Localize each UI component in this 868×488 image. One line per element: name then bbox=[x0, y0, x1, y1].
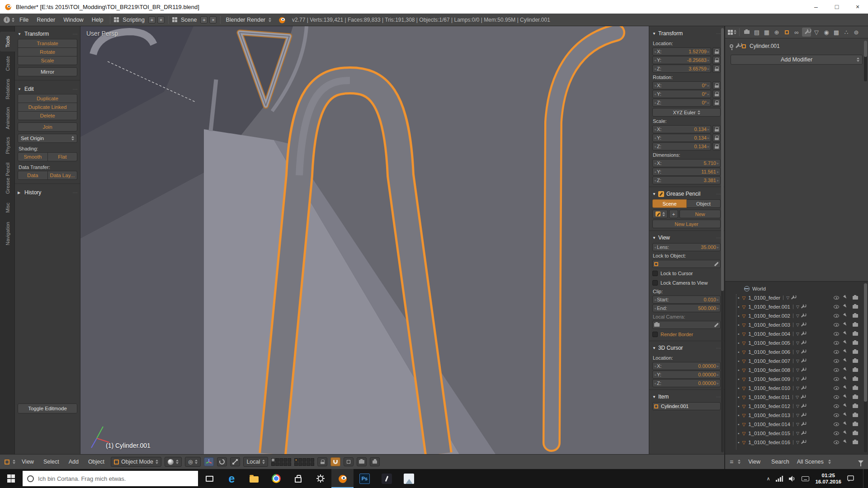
outliner-row[interactable]: •▽1_0100_feder.006▽ bbox=[725, 347, 868, 357]
menu-view[interactable]: View bbox=[745, 459, 764, 465]
snap-toggle-button[interactable] bbox=[330, 457, 340, 466]
chrome-taskbar-button[interactable] bbox=[265, 469, 287, 488]
filter-icon[interactable] bbox=[858, 460, 863, 464]
selectability-cursor-icon[interactable] bbox=[843, 322, 849, 328]
panel-grip[interactable]: ···· bbox=[72, 86, 77, 92]
visibility-eye-icon[interactable] bbox=[834, 350, 839, 354]
gp-new-layer-button[interactable]: New Layer bbox=[652, 220, 721, 228]
set-origin-button[interactable]: Set Origin bbox=[18, 134, 77, 143]
location-z-field[interactable]: Z:3.65759 bbox=[652, 65, 711, 73]
mirror-button[interactable]: Mirror bbox=[18, 67, 77, 76]
menu-object[interactable]: Object bbox=[85, 459, 108, 465]
shade-smooth-button[interactable]: Smooth bbox=[18, 152, 48, 161]
expand-dot-icon[interactable]: • bbox=[738, 296, 740, 300]
outliner-row[interactable]: •▽1_0100_feder.005▽ bbox=[725, 338, 868, 347]
rotation-y-field[interactable]: Y:0° bbox=[652, 90, 711, 98]
editor-type-dropdown-icon[interactable] bbox=[734, 30, 736, 34]
outliner-item-label[interactable]: 1_0100_feder.009 bbox=[748, 376, 790, 382]
rotation-z-field[interactable]: Z:0° bbox=[652, 99, 711, 107]
shade-flat-button[interactable]: Flat bbox=[48, 152, 78, 161]
renderability-camera-icon[interactable] bbox=[853, 395, 858, 399]
selectability-cursor-icon[interactable] bbox=[843, 349, 849, 355]
join-button[interactable]: Join bbox=[18, 122, 77, 131]
toolshelf-tab-physics[interactable]: Physics bbox=[0, 135, 15, 156]
collapse-arrow-icon[interactable]: ▶ bbox=[18, 191, 22, 195]
material-tab[interactable]: ◉ bbox=[822, 28, 831, 37]
manipulator-scale-button[interactable] bbox=[230, 457, 240, 466]
close-button[interactable]: × bbox=[847, 0, 868, 14]
search-input[interactable] bbox=[38, 475, 174, 482]
toggle-editmode-button[interactable]: Toggle Editmode bbox=[18, 404, 77, 413]
outliner-row[interactable]: •▽1_0100_feder.004▽ bbox=[725, 329, 868, 338]
eyedropper-icon[interactable] bbox=[714, 262, 719, 266]
selectability-cursor-icon[interactable] bbox=[843, 385, 849, 391]
remove-layout-button[interactable]: × bbox=[157, 16, 165, 23]
viewport-3d[interactable]: User Persp (1) Cylinder.001 bbox=[80, 26, 649, 454]
outliner-item-label[interactable]: 1_0100_feder bbox=[748, 295, 780, 300]
renderability-camera-icon[interactable] bbox=[853, 404, 858, 408]
renderability-camera-icon[interactable] bbox=[853, 305, 858, 309]
gp-add-button[interactable]: + bbox=[669, 210, 678, 218]
expand-dot-icon[interactable]: • bbox=[738, 431, 740, 436]
gp-source-object-button[interactable]: Object bbox=[687, 199, 721, 208]
cursor-y-field[interactable]: Y:0.00000 bbox=[652, 371, 721, 379]
delete-button[interactable]: Delete bbox=[18, 111, 77, 120]
collapse-arrow-icon[interactable]: ▼ bbox=[18, 87, 22, 91]
collapse-arrow-icon[interactable]: ▼ bbox=[652, 236, 656, 240]
scene-name[interactable]: Scene bbox=[181, 17, 197, 23]
minimize-button[interactable]: – bbox=[806, 0, 826, 14]
outliner-item-label[interactable]: 1_0100_feder.008 bbox=[748, 367, 790, 373]
outliner-item-label[interactable]: 1_0100_feder.002 bbox=[748, 313, 790, 319]
screen-layout-icon[interactable] bbox=[114, 17, 119, 22]
duplicate-button[interactable]: Duplicate bbox=[18, 94, 77, 103]
mode-dropdown[interactable]: Object Mode bbox=[111, 457, 161, 467]
outliner-item-label[interactable]: 1_0100_feder.014 bbox=[748, 422, 790, 427]
renderability-camera-icon[interactable] bbox=[853, 422, 858, 426]
outliner-row[interactable]: •▽1_0100_feder.001▽ bbox=[725, 302, 868, 311]
lock-location-y-button[interactable] bbox=[712, 56, 721, 64]
renderability-camera-icon[interactable] bbox=[853, 332, 858, 336]
selectability-cursor-icon[interactable] bbox=[843, 394, 849, 400]
world-tab[interactable]: ⊕ bbox=[772, 28, 781, 37]
panel-header-grease-pencil[interactable]: ▼ Grease Pencil ···· bbox=[652, 188, 721, 199]
blender-taskbar-button[interactable] bbox=[331, 469, 354, 488]
tray-chevron-up-icon[interactable]: ∧ bbox=[766, 476, 770, 482]
gp-new-button[interactable]: New bbox=[679, 210, 721, 218]
outliner-row[interactable]: •▽1_0100_feder.014▽ bbox=[725, 420, 868, 429]
pin-icon[interactable] bbox=[730, 44, 733, 48]
lock-scale-y-button[interactable] bbox=[712, 134, 721, 142]
visibility-eye-icon[interactable] bbox=[834, 432, 839, 435]
expand-dot-icon[interactable]: • bbox=[738, 359, 740, 364]
visibility-eye-icon[interactable] bbox=[834, 368, 839, 372]
scrollbar[interactable] bbox=[721, 28, 724, 452]
panel-header-edit[interactable]: ▼ Edit ···· bbox=[18, 84, 77, 94]
toolshelf-tab-navigation[interactable]: Navigation bbox=[0, 219, 15, 249]
outliner-row[interactable]: •▽1_0100_feder.002▽ bbox=[725, 311, 868, 320]
editor-type-3dview-icon[interactable] bbox=[5, 460, 9, 465]
scrollbar[interactable] bbox=[864, 41, 867, 81]
scrollbar[interactable] bbox=[864, 283, 867, 452]
particles-tab[interactable]: ∴ bbox=[842, 28, 851, 37]
show-desktop-button[interactable] bbox=[863, 469, 866, 488]
local-camera-field[interactable] bbox=[652, 321, 721, 329]
layer-buttons-group-2[interactable] bbox=[294, 458, 314, 466]
transform-orientation-dropdown[interactable]: Local bbox=[243, 457, 268, 467]
data-transfer-button[interactable]: Data bbox=[18, 171, 48, 180]
lock-location-x-button[interactable] bbox=[712, 47, 721, 56]
manipulator-translate-button[interactable] bbox=[204, 457, 214, 466]
scale-z-field[interactable]: Z:0.134 bbox=[652, 142, 711, 150]
selectability-cursor-icon[interactable] bbox=[843, 403, 849, 409]
render-layers-tab[interactable]: ▤ bbox=[752, 28, 761, 37]
renderability-camera-icon[interactable] bbox=[853, 441, 858, 444]
visibility-eye-icon[interactable] bbox=[834, 386, 839, 390]
visibility-eye-icon[interactable] bbox=[834, 404, 839, 408]
expand-dot-icon[interactable]: • bbox=[738, 341, 740, 346]
renderability-camera-icon[interactable] bbox=[853, 323, 858, 327]
visibility-eye-icon[interactable] bbox=[834, 332, 839, 336]
visibility-eye-icon[interactable] bbox=[834, 314, 839, 318]
renderability-camera-icon[interactable] bbox=[853, 377, 858, 381]
render-tab[interactable] bbox=[742, 28, 751, 37]
panel-grip[interactable]: ···· bbox=[716, 394, 721, 399]
menu-file[interactable]: File bbox=[16, 17, 32, 23]
editor-type-dropdown-icon[interactable] bbox=[738, 460, 741, 464]
